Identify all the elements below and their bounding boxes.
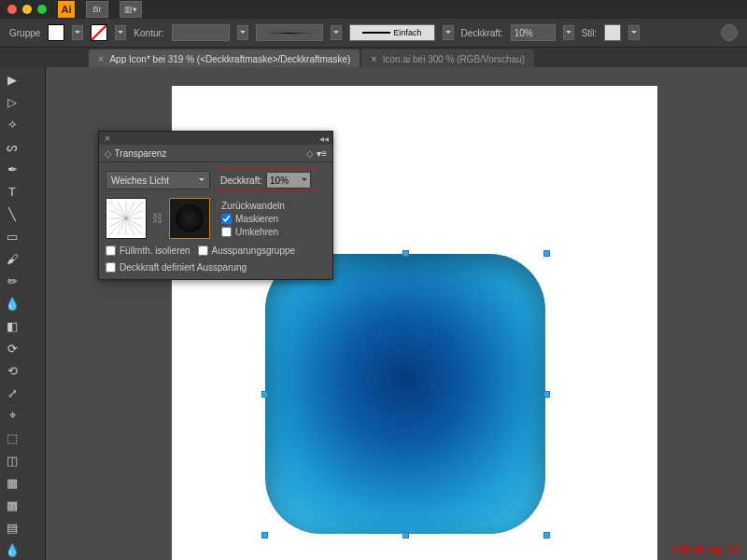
blob-brush-tool[interactable]: 💧 <box>2 293 22 314</box>
stroke-weight-dropdown[interactable] <box>237 25 248 40</box>
graphic-style-swatch[interactable] <box>604 24 621 41</box>
app-logo-ai: Ai <box>58 1 75 18</box>
panel-close-icon[interactable]: × <box>105 133 110 144</box>
gradient-tool[interactable]: ▤ <box>2 517 22 538</box>
selection-handle[interactable] <box>402 532 409 539</box>
svg-line-13 <box>118 218 126 235</box>
panel-menu-icon[interactable]: ▾≡ <box>306 148 327 159</box>
svg-line-2 <box>126 202 143 218</box>
selection-tool[interactable]: ▶ <box>2 69 22 90</box>
brush-label: Einfach <box>394 28 422 37</box>
zoom-window-icon[interactable] <box>37 5 47 14</box>
panel-collapse-icon[interactable]: ◂◂ <box>319 133 329 144</box>
close-tab-icon[interactable]: × <box>371 53 376 64</box>
selection-handle[interactable] <box>543 250 550 257</box>
svg-line-6 <box>109 218 126 235</box>
brush-definition[interactable]: Einfach <box>349 24 435 41</box>
defines-label: Deckkraft definiert Aussparung <box>120 262 247 273</box>
stil-label: Stil: <box>582 28 598 38</box>
clip-label: Maskieren <box>235 214 278 224</box>
object-thumbnail[interactable] <box>106 198 147 239</box>
magic-wand-tool[interactable]: ✧ <box>2 114 22 134</box>
panel-opacity-label: Deckkraft: <box>220 175 262 186</box>
brush-dropdown[interactable] <box>443 25 454 40</box>
width-tool[interactable]: ⌖ <box>2 405 22 426</box>
transparency-panel[interactable]: × ◂◂ Transparenz ▾≡ Weiches Licht Deckkr… <box>98 131 333 280</box>
tab-label: Icon.ai bei 300 % (RGB/Vorschau) <box>383 54 525 64</box>
svg-line-8 <box>118 202 126 218</box>
stroke-swatch[interactable] <box>91 24 107 41</box>
deckkraft-label: Deckkraft: <box>461 28 503 38</box>
opacity-dropdown[interactable] <box>563 25 574 40</box>
panel-title[interactable]: Transparenz <box>105 148 166 159</box>
svg-line-15 <box>109 210 126 218</box>
pen-tool[interactable]: ✒ <box>2 159 22 179</box>
invert-label: Umkehren <box>235 227 278 237</box>
type-tool[interactable]: T <box>2 181 22 202</box>
rays-icon <box>109 202 143 235</box>
mesh-tool[interactable]: ▩ <box>2 495 22 515</box>
panel-tab-row: Transparenz ▾≡ <box>99 145 332 162</box>
document-tab-inactive[interactable]: × Icon.ai bei 300 % (RGB/Vorschau) <box>361 49 534 68</box>
opacity-highlight: Deckkraft: 10% <box>216 169 316 191</box>
graphic-style-dropdown[interactable] <box>628 25 640 40</box>
tools-panel: ▶ ▷ ✧ ᔕ ✒ T ╲ ▭ 🖌 ✏ 💧 ◧ ⟳ ⟲ ⤢ ⌖ ⬚ ◫ ▦ ▩ … <box>0 67 46 560</box>
release-button[interactable]: Zurückwandeln <box>221 201 285 211</box>
blend-mode-select[interactable]: Weiches Licht <box>106 171 210 189</box>
svg-line-14 <box>109 218 126 227</box>
shape-builder-tool[interactable]: ◫ <box>2 450 22 470</box>
pencil-tool[interactable]: ✏ <box>2 271 22 291</box>
rotate-tool[interactable]: ⟳ <box>2 338 22 358</box>
svg-line-12 <box>126 218 134 235</box>
scale-tool[interactable]: ⤢ <box>2 383 22 403</box>
perspective-tool[interactable]: ▦ <box>2 472 22 493</box>
bridge-button[interactable]: Br <box>86 1 108 18</box>
app-icon-artwork[interactable] <box>265 254 545 534</box>
panel-opacity-input[interactable]: 10% <box>266 172 311 189</box>
layout-button[interactable]: ▥▾ <box>120 1 142 18</box>
opacity-input[interactable]: 10% <box>511 24 556 41</box>
mask-thumbnail[interactable] <box>169 198 210 239</box>
line-tool[interactable]: ╲ <box>2 203 22 224</box>
selection-handle[interactable] <box>543 391 550 398</box>
macos-titlebar: Ai Br ▥▾ <box>0 0 747 19</box>
invert-checkbox[interactable]: Umkehren <box>221 227 285 237</box>
clip-checkbox[interactable]: Maskieren <box>221 214 285 224</box>
blend-mode-value: Weiches Licht <box>111 175 169 186</box>
kontur-label: Kontur: <box>134 28 163 38</box>
rectangle-tool[interactable]: ▭ <box>2 226 22 246</box>
defines-checkbox[interactable]: Deckkraft definiert Aussparung <box>106 262 326 273</box>
isolate-label: Füllmth. isolieren <box>120 245 190 256</box>
width-profile[interactable] <box>256 24 323 41</box>
svg-line-10 <box>126 210 143 218</box>
reflect-tool[interactable]: ⟲ <box>2 360 22 381</box>
selection-handle[interactable] <box>543 532 550 539</box>
fill-dropdown[interactable] <box>72 25 83 40</box>
document-tab-bar: × App Icon* bei 319 % (<Deckkraftmaske>/… <box>0 48 747 68</box>
tab-label: App Icon* bei 319 % (<Deckkraftmaske>/De… <box>109 54 350 64</box>
selection-handle[interactable] <box>261 532 268 539</box>
panel-opacity-value: 10% <box>270 175 289 186</box>
fill-swatch[interactable] <box>48 24 64 41</box>
recolor-artwork-icon[interactable] <box>721 24 738 41</box>
lasso-tool[interactable]: ᔕ <box>2 136 22 157</box>
close-window-icon[interactable] <box>7 5 17 14</box>
direct-selection-tool[interactable]: ▷ <box>2 91 22 112</box>
width-profile-dropdown[interactable] <box>331 25 342 40</box>
document-tab-active[interactable]: × App Icon* bei 319 % (<Deckkraftmaske>/… <box>89 49 359 68</box>
eyedropper-tool[interactable]: 💧 <box>2 539 22 560</box>
panel-titlebar[interactable]: × ◂◂ <box>99 132 332 145</box>
minimize-window-icon[interactable] <box>22 5 32 14</box>
svg-line-11 <box>126 218 143 227</box>
stroke-dropdown[interactable] <box>115 25 126 40</box>
paintbrush-tool[interactable]: 🖌 <box>2 248 22 269</box>
selection-handle[interactable] <box>402 250 409 257</box>
link-mask-icon[interactable]: ⛓ <box>152 212 163 225</box>
stroke-weight-input[interactable] <box>172 24 230 41</box>
knockout-checkbox[interactable]: Aussparungsgruppe <box>198 245 296 256</box>
selection-handle[interactable] <box>261 391 268 398</box>
free-transform-tool[interactable]: ⬚ <box>2 427 22 448</box>
close-tab-icon[interactable]: × <box>98 53 104 64</box>
eraser-tool[interactable]: ◧ <box>2 315 22 336</box>
isolate-checkbox[interactable]: Füllmth. isolieren <box>106 245 190 256</box>
